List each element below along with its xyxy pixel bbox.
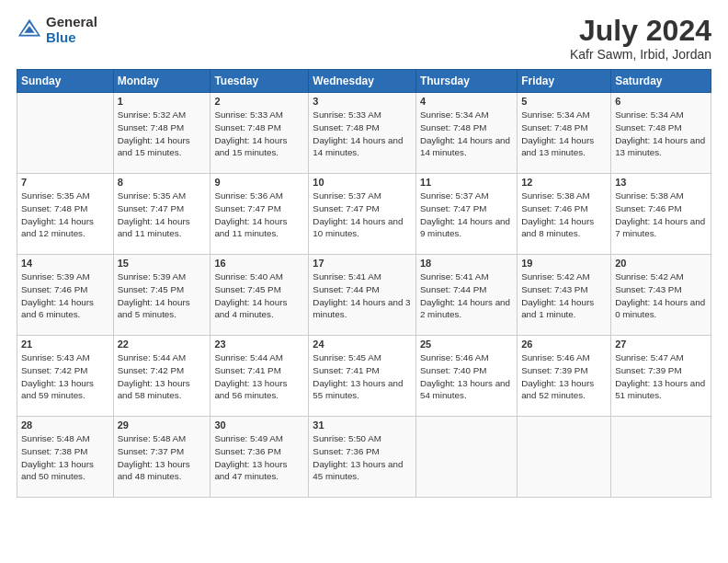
table-row (17, 93, 114, 174)
day-number: 4 (420, 96, 513, 107)
day-info: Sunrise: 5:39 AMSunset: 7:45 PMDaylight:… (118, 271, 190, 319)
table-row: 16Sunrise: 5:40 AMSunset: 7:45 PMDayligh… (210, 255, 309, 336)
table-row: 31Sunrise: 5:50 AMSunset: 7:36 PMDayligh… (309, 417, 416, 498)
day-number: 20 (615, 258, 707, 269)
day-info: Sunrise: 5:47 AMSunset: 7:39 PMDaylight:… (615, 352, 705, 400)
table-row: 1Sunrise: 5:32 AMSunset: 7:48 PMDaylight… (113, 93, 210, 174)
day-number: 16 (214, 258, 304, 269)
table-row: 25Sunrise: 5:46 AMSunset: 7:40 PMDayligh… (415, 336, 517, 417)
calendar-week-2: 7Sunrise: 5:35 AMSunset: 7:48 PMDaylight… (17, 174, 711, 255)
day-info: Sunrise: 5:50 AMSunset: 7:36 PMDaylight:… (313, 433, 403, 481)
day-info: Sunrise: 5:38 AMSunset: 7:46 PMDaylight:… (521, 190, 594, 238)
day-info: Sunrise: 5:33 AMSunset: 7:48 PMDaylight:… (313, 109, 403, 157)
day-info: Sunrise: 5:48 AMSunset: 7:37 PMDaylight:… (118, 433, 190, 481)
table-row (415, 417, 517, 498)
day-number: 26 (521, 339, 607, 350)
day-number: 21 (21, 339, 109, 350)
day-number: 25 (420, 339, 513, 350)
col-wednesday: Wednesday (309, 70, 416, 93)
day-number: 27 (615, 339, 707, 350)
table-row: 20Sunrise: 5:42 AMSunset: 7:43 PMDayligh… (611, 255, 711, 336)
day-number: 23 (214, 339, 304, 350)
day-info: Sunrise: 5:32 AMSunset: 7:48 PMDaylight:… (118, 109, 190, 157)
subtitle: Kafr Sawm, Irbid, Jordan (570, 47, 711, 62)
col-thursday: Thursday (415, 70, 517, 93)
day-info: Sunrise: 5:42 AMSunset: 7:43 PMDaylight:… (521, 271, 594, 319)
table-row: 30Sunrise: 5:49 AMSunset: 7:36 PMDayligh… (210, 417, 309, 498)
col-monday: Monday (113, 70, 210, 93)
day-number: 28 (21, 419, 109, 431)
day-info: Sunrise: 5:36 AMSunset: 7:47 PMDaylight:… (214, 190, 287, 238)
day-info: Sunrise: 5:34 AMSunset: 7:48 PMDaylight:… (615, 109, 705, 157)
day-info: Sunrise: 5:34 AMSunset: 7:48 PMDaylight:… (420, 109, 510, 157)
day-number: 17 (313, 258, 412, 269)
title-block: July 2024 Kafr Sawm, Irbid, Jordan (570, 15, 711, 62)
day-number: 15 (118, 258, 207, 269)
day-number: 2 (214, 96, 304, 107)
table-row: 17Sunrise: 5:41 AMSunset: 7:44 PMDayligh… (309, 255, 416, 336)
day-number: 9 (214, 177, 304, 188)
day-number: 31 (313, 419, 412, 431)
table-row: 18Sunrise: 5:41 AMSunset: 7:44 PMDayligh… (415, 255, 517, 336)
calendar-week-3: 14Sunrise: 5:39 AMSunset: 7:46 PMDayligh… (17, 255, 711, 336)
day-number: 8 (118, 177, 207, 188)
table-row: 9Sunrise: 5:36 AMSunset: 7:47 PMDaylight… (210, 174, 309, 255)
day-info: Sunrise: 5:44 AMSunset: 7:41 PMDaylight:… (214, 352, 287, 400)
header: General Blue July 2024 Kafr Sawm, Irbid,… (17, 15, 711, 62)
day-number: 7 (21, 177, 109, 188)
table-row: 21Sunrise: 5:43 AMSunset: 7:42 PMDayligh… (17, 336, 114, 417)
table-row: 29Sunrise: 5:48 AMSunset: 7:37 PMDayligh… (113, 417, 210, 498)
calendar-page: General Blue July 2024 Kafr Sawm, Irbid,… (0, 0, 728, 563)
day-number: 6 (615, 96, 707, 107)
logo-icon (17, 17, 42, 43)
day-info: Sunrise: 5:34 AMSunset: 7:48 PMDaylight:… (521, 109, 594, 157)
day-info: Sunrise: 5:39 AMSunset: 7:46 PMDaylight:… (21, 271, 94, 319)
day-number: 14 (21, 258, 109, 269)
table-row: 4Sunrise: 5:34 AMSunset: 7:48 PMDaylight… (415, 93, 517, 174)
day-info: Sunrise: 5:41 AMSunset: 7:44 PMDaylight:… (313, 271, 410, 319)
calendar-table: Sunday Monday Tuesday Wednesday Thursday… (17, 69, 711, 498)
logo: General Blue (17, 15, 97, 45)
table-row: 22Sunrise: 5:44 AMSunset: 7:42 PMDayligh… (113, 336, 210, 417)
calendar-body: 1Sunrise: 5:32 AMSunset: 7:48 PMDaylight… (17, 93, 711, 498)
table-row: 15Sunrise: 5:39 AMSunset: 7:45 PMDayligh… (113, 255, 210, 336)
col-sunday: Sunday (17, 70, 114, 93)
col-tuesday: Tuesday (210, 70, 309, 93)
day-info: Sunrise: 5:42 AMSunset: 7:43 PMDaylight:… (615, 271, 705, 319)
table-row: 7Sunrise: 5:35 AMSunset: 7:48 PMDaylight… (17, 174, 114, 255)
day-number: 10 (313, 177, 412, 188)
day-number: 19 (521, 258, 607, 269)
day-info: Sunrise: 5:40 AMSunset: 7:45 PMDaylight:… (214, 271, 287, 319)
table-row: 19Sunrise: 5:42 AMSunset: 7:43 PMDayligh… (518, 255, 611, 336)
table-row (518, 417, 611, 498)
table-row: 13Sunrise: 5:38 AMSunset: 7:46 PMDayligh… (611, 174, 711, 255)
day-info: Sunrise: 5:48 AMSunset: 7:38 PMDaylight:… (21, 433, 94, 481)
table-row: 12Sunrise: 5:38 AMSunset: 7:46 PMDayligh… (518, 174, 611, 255)
day-number: 13 (615, 177, 707, 188)
day-info: Sunrise: 5:35 AMSunset: 7:48 PMDaylight:… (21, 190, 94, 238)
day-info: Sunrise: 5:44 AMSunset: 7:42 PMDaylight:… (118, 352, 190, 400)
day-info: Sunrise: 5:33 AMSunset: 7:48 PMDaylight:… (214, 109, 287, 157)
table-row: 28Sunrise: 5:48 AMSunset: 7:38 PMDayligh… (17, 417, 114, 498)
calendar-week-5: 28Sunrise: 5:48 AMSunset: 7:38 PMDayligh… (17, 417, 711, 498)
day-info: Sunrise: 5:38 AMSunset: 7:46 PMDaylight:… (615, 190, 705, 238)
day-number: 22 (118, 339, 207, 350)
day-number: 30 (214, 419, 304, 431)
table-row: 6Sunrise: 5:34 AMSunset: 7:48 PMDaylight… (611, 93, 711, 174)
table-row: 2Sunrise: 5:33 AMSunset: 7:48 PMDaylight… (210, 93, 309, 174)
table-row: 10Sunrise: 5:37 AMSunset: 7:47 PMDayligh… (309, 174, 416, 255)
calendar-header: Sunday Monday Tuesday Wednesday Thursday… (17, 70, 711, 93)
day-number: 29 (118, 419, 207, 431)
day-number: 24 (313, 339, 412, 350)
day-number: 1 (118, 96, 207, 107)
day-info: Sunrise: 5:41 AMSunset: 7:44 PMDaylight:… (420, 271, 510, 319)
table-row (611, 417, 711, 498)
day-number: 11 (420, 177, 513, 188)
logo-text: General Blue (46, 15, 97, 45)
day-number: 3 (313, 96, 412, 107)
day-info: Sunrise: 5:45 AMSunset: 7:41 PMDaylight:… (313, 352, 403, 400)
day-info: Sunrise: 5:46 AMSunset: 7:40 PMDaylight:… (420, 352, 510, 400)
logo-blue: Blue (46, 30, 97, 46)
col-saturday: Saturday (611, 70, 711, 93)
header-row: Sunday Monday Tuesday Wednesday Thursday… (17, 70, 711, 93)
